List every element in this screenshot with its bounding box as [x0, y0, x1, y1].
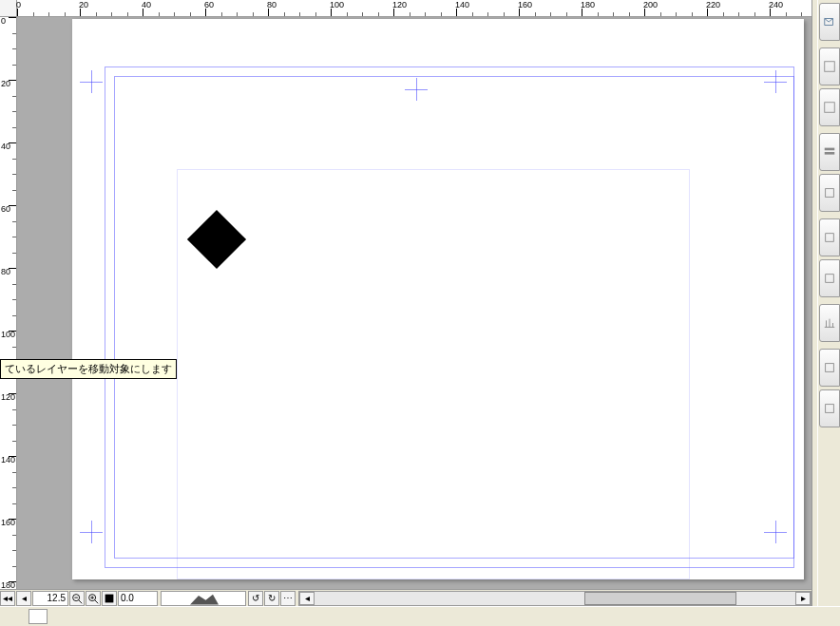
svg-rect-11: [825, 152, 835, 155]
histogram-preview: [161, 591, 246, 606]
ruler-tick-label: 160: [1, 518, 15, 527]
ruler-tick-label: 100: [1, 330, 15, 339]
rotate-cw-button[interactable]: ↻: [264, 591, 279, 606]
ruler-tick-label: 160: [518, 0, 532, 9]
panel-tab[interactable]: [819, 389, 840, 427]
panel-tab[interactable]: [819, 47, 840, 85]
status-bar: ◂◂ ◂ 12.5 0.0 ↺ ↻ ⋯ ◂ ▸: [0, 589, 811, 606]
panel-tab[interactable]: [819, 349, 840, 387]
horizontal-scrollbar[interactable]: ◂ ▸: [298, 591, 811, 606]
zoom-out-button[interactable]: [69, 591, 85, 606]
scroll-right-button[interactable]: ▸: [795, 592, 811, 605]
ruler-tick-label: 40: [1, 142, 10, 151]
ruler-tick-label: 0: [16, 0, 21, 9]
ruler-tick-label: 80: [1, 267, 10, 276]
canvas-viewport[interactable]: [17, 17, 811, 589]
ruler-tick-label: 20: [1, 79, 10, 88]
fit-page-button[interactable]: [102, 591, 117, 606]
ruler-tick-label: 180: [1, 580, 15, 589]
registration-mark: [405, 78, 428, 101]
ruler-tick-label: 20: [79, 0, 88, 9]
svg-line-4: [95, 599, 99, 603]
crop-mark: [764, 70, 787, 93]
ruler-tick-label: 220: [706, 0, 720, 9]
page-thumbnail-button[interactable]: [29, 609, 48, 624]
panel-tab[interactable]: [819, 304, 840, 342]
scroll-left-button[interactable]: ◂: [299, 592, 315, 605]
crop-mark: [764, 521, 787, 543]
svg-rect-13: [826, 364, 834, 372]
panel-tab[interactable]: [819, 133, 840, 171]
zoom-in-button[interactable]: [86, 591, 101, 606]
zoom-value[interactable]: 12.5: [32, 591, 68, 606]
rotation-value[interactable]: 0.0: [118, 591, 158, 606]
svg-rect-7: [105, 594, 114, 602]
ruler-tick-label: 180: [581, 0, 595, 9]
crop-mark: [80, 70, 103, 93]
options-button[interactable]: ⋯: [280, 591, 296, 606]
panel-tab[interactable]: [819, 174, 840, 212]
page-prev-button[interactable]: ◂: [16, 591, 31, 606]
panel-tab[interactable]: [819, 259, 840, 297]
ruler-tick-label: 200: [643, 0, 658, 9]
ruler-origin-corner[interactable]: [0, 0, 17, 17]
ruler-tick-label: 140: [1, 455, 15, 465]
vertical-ruler[interactable]: 020406080100120140160180: [0, 17, 17, 589]
panel-tab[interactable]: [819, 88, 840, 126]
guide-frame-inner: [177, 169, 690, 579]
scroll-thumb[interactable]: [584, 592, 736, 605]
ruler-tick-label: 80: [267, 0, 277, 9]
ruler-tick-label: 240: [769, 0, 783, 9]
ruler-tick-label: 60: [204, 0, 214, 9]
svg-rect-9: [825, 103, 835, 113]
rotate-ccw-button[interactable]: ↺: [248, 591, 263, 606]
ruler-tick-label: 100: [330, 0, 344, 9]
svg-rect-10: [825, 148, 835, 151]
tooltip: ているレイヤーを移動対象にします: [0, 359, 177, 379]
ruler-tick-label: 60: [1, 204, 10, 214]
panel-tab[interactable]: [819, 3, 840, 41]
svg-line-1: [79, 599, 83, 603]
ruler-tick-label: 120: [1, 392, 15, 402]
svg-rect-14: [826, 405, 834, 413]
ruler-tick-label: 0: [1, 17, 6, 26]
svg-rect-8: [825, 62, 835, 72]
svg-rect-12: [826, 189, 834, 198]
ruler-tick-label: 140: [455, 0, 469, 9]
panel-tab[interactable]: [819, 218, 840, 256]
crop-mark: [80, 521, 103, 543]
horizontal-ruler[interactable]: 020406080100120140160180200220240: [0, 0, 811, 17]
ruler-tick-label: 120: [392, 0, 407, 9]
ruler-tick-label: 40: [142, 0, 151, 9]
page-first-button[interactable]: ◂◂: [0, 591, 15, 606]
panel-dock: [817, 0, 840, 606]
bottom-strip: [0, 606, 840, 626]
